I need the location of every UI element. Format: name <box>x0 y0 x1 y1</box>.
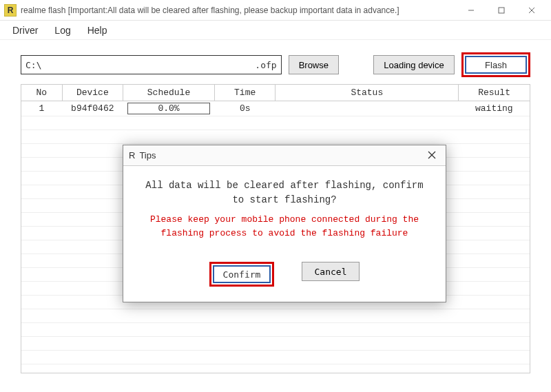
confirm-button-highlight: Confirm <box>209 262 274 287</box>
tips-dialog: R Tips All data will be cleared after fl… <box>123 145 446 302</box>
dialog-body: All data will be cleared after flashing,… <box>123 166 446 245</box>
dialog-close-button[interactable] <box>424 149 440 162</box>
dialog-title: Tips <box>139 150 424 161</box>
dialog-warning: Please keep your mobile phone connected … <box>140 213 429 240</box>
dialog-icon: R <box>129 150 135 161</box>
cancel-button[interactable]: Cancel <box>302 262 360 281</box>
confirm-button[interactable]: Confirm <box>213 265 271 283</box>
dialog-titlebar: R Tips <box>123 145 446 166</box>
modal-overlay: R Tips All data will be cleared after fl… <box>0 0 551 392</box>
dialog-actions: Confirm Cancel <box>123 245 446 302</box>
dialog-message: All data will be cleared after flashing,… <box>140 178 429 207</box>
